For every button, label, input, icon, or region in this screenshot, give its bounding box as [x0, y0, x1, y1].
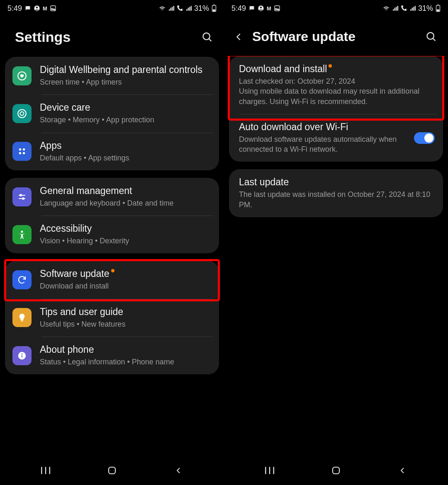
svg-point-13 — [19, 152, 22, 155]
setting-general[interactable]: General management Language and keyboard… — [5, 178, 219, 216]
svg-line-7 — [209, 39, 212, 41]
update-group: Download and install Last checked on: Oc… — [229, 56, 443, 162]
status-time: 5:49 — [7, 4, 22, 13]
auto-download-toggle[interactable] — [414, 132, 435, 144]
last-update-row[interactable]: Last update The last update was installe… — [229, 169, 443, 217]
about-icon — [12, 346, 32, 365]
chat-icon — [24, 5, 31, 12]
svg-point-16 — [20, 194, 22, 196]
setting-sub: Storage • Memory • App protection — [40, 115, 212, 125]
setting-device-care[interactable]: Device care Storage • Memory • App prote… — [5, 95, 219, 132]
battery-percent: 31% — [194, 4, 209, 13]
update-group: Last update The last update was installe… — [229, 169, 443, 217]
setting-sub: Language and keyboard • Date and time — [40, 198, 212, 208]
nav-bar — [224, 456, 448, 485]
page-title: Software update — [252, 29, 418, 44]
setting-title: General management — [40, 185, 212, 196]
setting-wellbeing[interactable]: Digital Wellbeing and parental controls … — [5, 57, 219, 95]
gmail-icon: M — [43, 5, 47, 12]
svg-point-6 — [203, 33, 210, 39]
svg-rect-39 — [333, 467, 339, 474]
setting-title: Software update — [40, 268, 212, 279]
settings-list[interactable]: Digital Wellbeing and parental controls … — [0, 57, 224, 456]
svg-rect-4 — [213, 5, 215, 5]
search-button[interactable] — [425, 30, 438, 44]
image-icon — [274, 5, 280, 12]
setting-sub: Status • Legal information • Phone name — [40, 357, 212, 367]
svg-point-19 — [21, 230, 23, 233]
wifi-icon — [158, 5, 166, 12]
row-title: Auto download over Wi-Fi — [239, 121, 406, 133]
page-title: Settings — [15, 29, 194, 45]
signal2-icon — [186, 5, 192, 11]
row-title: Download and install — [239, 63, 435, 75]
software-update-screen: 5:49 M 31% — [224, 0, 448, 485]
battery-icon — [436, 5, 441, 12]
settings-group: Digital Wellbeing and parental controls … — [5, 57, 219, 170]
recents-button[interactable] — [33, 466, 58, 475]
gmail-icon: M — [267, 5, 271, 12]
setting-title: Device care — [40, 102, 212, 113]
setting-sub: Useful tips • New features — [40, 319, 212, 329]
search-button[interactable] — [201, 31, 214, 44]
volte-icon — [401, 5, 407, 12]
tips-icon — [12, 308, 32, 327]
battery-icon — [212, 5, 217, 12]
settings-group: Software update Download and install Tip… — [5, 261, 219, 374]
setting-title: Apps — [40, 140, 212, 151]
svg-rect-20 — [21, 321, 23, 322]
signal2-icon — [410, 5, 416, 11]
volte-icon — [177, 5, 183, 12]
software-update-list[interactable]: Download and install Last checked on: Oc… — [224, 56, 448, 456]
account-icon — [258, 5, 264, 12]
setting-sub: Vision • Hearing • Dexterity — [40, 236, 212, 246]
svg-point-23 — [22, 353, 23, 354]
account-icon — [34, 5, 40, 12]
home-button[interactable] — [100, 466, 124, 475]
settings-header: Settings — [0, 17, 224, 57]
svg-point-11 — [19, 148, 22, 151]
status-time: 5:49 — [231, 4, 246, 13]
row-title: Last update — [239, 177, 435, 188]
software-update-icon — [12, 270, 32, 289]
back-button[interactable] — [390, 466, 415, 475]
settings-screen: 5:49 M 31% — [0, 0, 224, 485]
svg-point-9 — [18, 109, 26, 118]
setting-sub: Download and install — [40, 281, 212, 291]
home-button[interactable] — [324, 466, 348, 475]
setting-sub: Default apps • App settings — [40, 153, 212, 163]
download-install-row[interactable]: Download and install Last checked on: Oc… — [229, 56, 443, 114]
wellbeing-icon — [12, 66, 32, 85]
setting-title: Digital Wellbeing and parental controls — [40, 64, 212, 75]
row-sub: Download software updates automatically … — [239, 134, 406, 155]
svg-point-34 — [427, 32, 434, 39]
svg-rect-27 — [109, 467, 115, 474]
setting-software-update[interactable]: Software update Download and install — [5, 261, 219, 298]
accessibility-icon — [12, 225, 32, 244]
general-icon — [12, 187, 32, 206]
back-button[interactable] — [234, 32, 246, 42]
svg-point-18 — [22, 198, 24, 199]
chat-icon — [248, 5, 255, 12]
svg-point-14 — [23, 152, 25, 155]
settings-group: General management Language and keyboard… — [5, 178, 219, 254]
wifi-icon — [382, 5, 390, 12]
auto-download-row[interactable]: Auto download over Wi-Fi Download softwa… — [229, 114, 443, 162]
row-sub: Last checked on: October 27, 2024 Using … — [239, 76, 435, 107]
setting-about[interactable]: About phone Status • Legal information •… — [5, 337, 219, 374]
setting-accessibility[interactable]: Accessibility Vision • Hearing • Dexteri… — [5, 216, 219, 253]
status-bar: 5:49 M 31% — [224, 0, 448, 17]
svg-rect-22 — [22, 355, 22, 357]
setting-apps[interactable]: Apps Default apps • App settings — [5, 133, 219, 170]
setting-title: Accessibility — [40, 223, 212, 234]
status-bar: 5:49 M 31% — [0, 0, 224, 17]
svg-point-1 — [36, 7, 38, 8]
notification-dot — [329, 64, 332, 68]
setting-tips[interactable]: Tips and user guide Useful tips • New fe… — [5, 299, 219, 337]
svg-line-35 — [433, 38, 436, 41]
setting-title: Tips and user guide — [40, 306, 212, 318]
back-button[interactable] — [166, 466, 191, 475]
recents-button[interactable] — [257, 466, 282, 475]
battery-percent: 31% — [418, 4, 433, 13]
image-icon — [50, 5, 56, 12]
